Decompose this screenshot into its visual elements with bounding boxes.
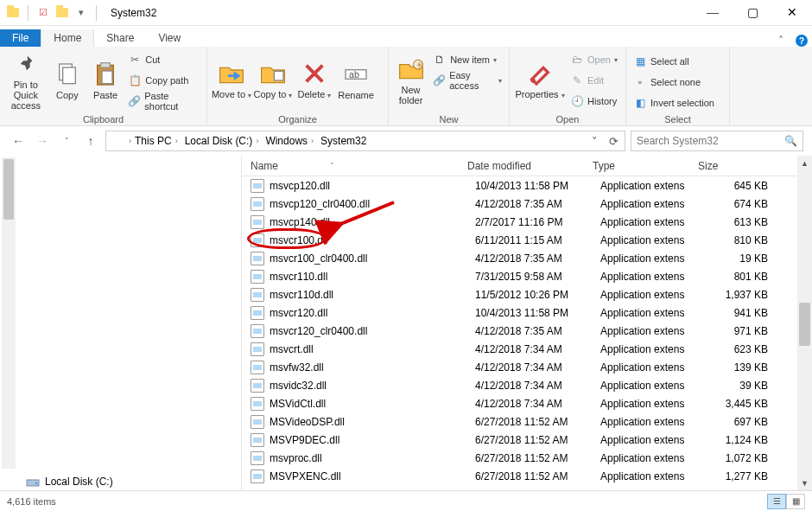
back-button[interactable]: ←: [9, 131, 28, 150]
select-none-button[interactable]: ▫Select none: [630, 73, 718, 92]
dll-file-icon: [251, 179, 264, 193]
delete-button[interactable]: Delete ▾: [294, 48, 335, 112]
file-type: Application extens: [600, 271, 706, 283]
qat-newfolder-icon[interactable]: [54, 5, 70, 21]
file-row[interactable]: msvcp120_clr0400.dll4/12/2018 7:35 AMApp…: [242, 195, 812, 213]
paste-button[interactable]: Paste: [86, 48, 124, 112]
sort-arrow-icon: ˄: [330, 162, 334, 170]
copyto-icon: [259, 60, 287, 87]
invert-selection-button[interactable]: ◧Invert selection: [630, 93, 718, 112]
details-view-button[interactable]: ☰: [767, 494, 786, 509]
file-row[interactable]: msvcr120_clr0400.dll4/12/2018 7:35 AMApp…: [242, 322, 812, 340]
col-type-header[interactable]: Type: [593, 160, 698, 172]
open-button[interactable]: 🗁Open ▾: [567, 50, 621, 69]
help-button[interactable]: ?: [791, 35, 812, 47]
pin-to-quick-access-button[interactable]: Pin to Quick access: [3, 48, 48, 112]
move-to-button[interactable]: Move to ▾: [211, 48, 252, 112]
svg-text:✳: ✳: [416, 60, 423, 70]
new-group-label: New: [392, 112, 505, 126]
file-name: MSVP9DEC.dll: [270, 434, 475, 446]
window-title: System32: [105, 7, 156, 19]
breadcrumb-thispc[interactable]: This PC›: [131, 135, 181, 147]
sidebar-item-local-disk[interactable]: Local Disk (C:): [26, 475, 113, 489]
new-folder-button[interactable]: ✳ New folder: [392, 48, 429, 112]
file-row[interactable]: msvcr110d.dll11/5/2012 10:26 PMApplicati…: [242, 285, 812, 303]
moveto-icon: [218, 60, 245, 87]
address-history-dropdown[interactable]: ˅: [585, 135, 604, 148]
history-button[interactable]: 🕘History: [567, 92, 621, 111]
columns-header[interactable]: Name˄ Date modified Type Size: [242, 156, 812, 176]
edit-button[interactable]: ✎Edit: [567, 71, 621, 90]
view-tab[interactable]: View: [146, 29, 193, 47]
file-row[interactable]: MSVPXENC.dll6/27/2018 11:52 AMApplicatio…: [242, 467, 812, 485]
file-row[interactable]: msvcr120.dll10/4/2013 11:58 PMApplicatio…: [242, 303, 812, 322]
file-row[interactable]: msvcr100.dll6/11/2011 1:15 AMApplication…: [242, 231, 812, 249]
address-bar[interactable]: › This PC› Local Disk (C:)› Windows› Sys…: [105, 131, 625, 151]
select-all-button[interactable]: ▦Select all: [630, 52, 718, 71]
share-tab[interactable]: Share: [94, 29, 146, 47]
home-tab[interactable]: Home: [41, 29, 94, 47]
file-row[interactable]: msvcrt.dll4/12/2018 7:34 AMApplication e…: [242, 340, 812, 358]
close-button[interactable]: ✕: [772, 0, 812, 26]
dll-file-icon: [251, 324, 264, 338]
file-date: 6/27/2018 11:52 AM: [475, 452, 600, 464]
file-list: msvcp120.dll10/4/2013 11:58 PMApplicatio…: [242, 176, 812, 485]
col-date-header[interactable]: Date modified: [467, 160, 593, 172]
file-row[interactable]: msvfw32.dll4/12/2018 7:34 AMApplication …: [242, 358, 812, 376]
dll-file-icon: [251, 451, 264, 465]
qat-customize-dropdown[interactable]: ▾: [73, 5, 89, 21]
copy-button[interactable]: Copy: [48, 48, 86, 112]
up-button[interactable]: ↑: [81, 131, 100, 150]
svg-rect-1: [62, 67, 75, 84]
breadcrumb-windows[interactable]: Windows›: [262, 135, 317, 147]
file-row[interactable]: MSVideoDSP.dll6/27/2018 11:52 AMApplicat…: [242, 412, 812, 431]
file-row[interactable]: MSVP9DEC.dll6/27/2018 11:52 AMApplicatio…: [242, 431, 812, 449]
qat-properties-icon[interactable]: ☑: [35, 5, 51, 21]
file-row[interactable]: msvidc32.dll4/12/2018 7:34 AMApplication…: [242, 376, 812, 394]
forward-button[interactable]: →: [33, 131, 52, 150]
refresh-button[interactable]: ⟳: [604, 135, 623, 148]
file-row[interactable]: msvcp140.dll2/7/2017 11:16 PMApplication…: [242, 213, 812, 231]
file-row[interactable]: msvcr110.dll7/31/2015 9:58 AMApplication…: [242, 267, 812, 285]
file-row[interactable]: MSVidCtl.dll4/12/2018 7:34 AMApplication…: [242, 394, 812, 412]
sidebar-scrollbar[interactable]: [2, 157, 16, 469]
properties-button[interactable]: Properties ▾: [513, 48, 567, 112]
search-box[interactable]: Search System32 🔍: [631, 131, 803, 151]
easy-access-button[interactable]: 🔗Easy access ▾: [429, 71, 505, 90]
copy-to-button[interactable]: Copy to ▾: [252, 48, 294, 112]
large-icons-view-button[interactable]: ▦: [786, 494, 805, 509]
col-name-header[interactable]: Name: [251, 160, 278, 172]
recent-locations-dropdown[interactable]: ˅: [57, 131, 76, 150]
file-row[interactable]: msvcp120.dll10/4/2013 11:58 PMApplicatio…: [242, 176, 812, 195]
breadcrumb-localdisk[interactable]: Local Disk (C:)›: [181, 135, 263, 147]
new-item-button[interactable]: 🗋New item ▾: [429, 50, 505, 69]
file-type: Application extens: [600, 252, 706, 265]
file-name: msvcr100.dll: [270, 234, 475, 246]
breadcrumb-system32[interactable]: System32: [317, 135, 370, 147]
file-list-scrollbar[interactable]: ▲ ▼: [797, 156, 812, 490]
rename-icon: ab: [342, 61, 370, 88]
maximize-button[interactable]: ▢: [733, 0, 772, 26]
cut-button[interactable]: ✂Cut: [124, 50, 203, 69]
navigation-pane[interactable]: Local Disk (C:): [0, 156, 242, 490]
drive-icon: [26, 475, 40, 489]
minimize-button[interactable]: —: [693, 0, 733, 26]
file-type: Application extens: [600, 361, 706, 374]
open-icon: 🗁: [570, 53, 584, 67]
scroll-down-button[interactable]: ▼: [797, 476, 812, 490]
file-row[interactable]: msvcr100_clr0400.dll4/12/2018 7:35 AMApp…: [242, 249, 812, 267]
copy-path-button[interactable]: 📋Copy path: [124, 71, 203, 90]
newitem-icon: 🗋: [433, 53, 447, 67]
file-tab[interactable]: File: [0, 29, 41, 47]
collapse-ribbon-button[interactable]: ˄: [771, 35, 791, 47]
rename-button[interactable]: ab Rename: [335, 48, 377, 112]
file-type: Application extens: [600, 234, 706, 246]
paste-icon: [92, 61, 119, 88]
scroll-thumb[interactable]: [799, 303, 810, 346]
paste-shortcut-button[interactable]: 🔗Paste shortcut: [124, 92, 203, 111]
file-date: 6/27/2018 11:52 AM: [475, 434, 600, 446]
scroll-up-button[interactable]: ▲: [797, 156, 812, 170]
col-size-header[interactable]: Size: [698, 160, 776, 172]
file-row[interactable]: msvproc.dll6/27/2018 11:52 AMApplication…: [242, 449, 812, 467]
status-bar: 4,616 items ☰ ▦: [0, 490, 812, 511]
